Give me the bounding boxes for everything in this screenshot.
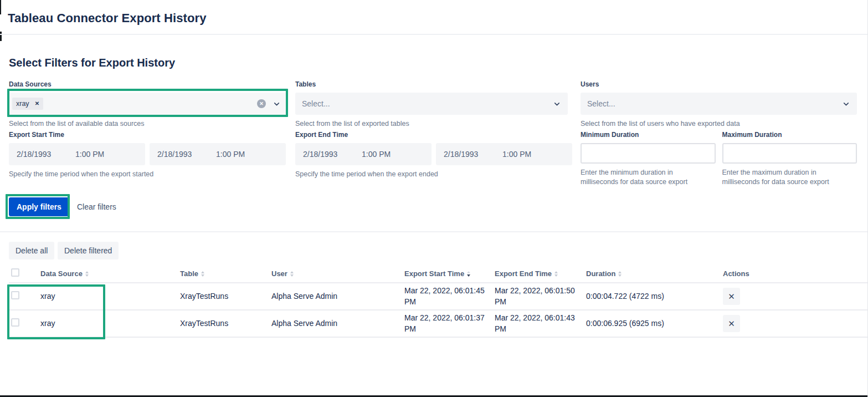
minimum-duration-label: Minimum Duration — [581, 131, 716, 139]
column-header-table[interactable]: Table — [180, 269, 271, 278]
time-input[interactable]: 1:00 PM — [216, 150, 245, 159]
remove-tag-icon[interactable]: ✕ — [35, 101, 39, 106]
tables-select[interactable]: Select... — [295, 93, 568, 115]
date-input[interactable]: 2/18/1993 — [303, 150, 362, 159]
duration-fields: Minimum Duration Enter the minimum durat… — [581, 131, 857, 187]
selected-tag-xray: xray ✕ — [12, 98, 43, 110]
cell-export-start-time: Mar 22, 2022, 06:01:37 PM — [404, 313, 495, 334]
table-body: xray XrayTestRuns Alpha Serve Admin Mar … — [9, 283, 867, 338]
cell-export-start-time: Mar 22, 2022, 06:01:45 PM — [404, 286, 495, 307]
cell-export-end-time: Mar 22, 2022, 06:01:50 PM — [495, 286, 586, 307]
export-start-help: Specify the time period when the export … — [9, 170, 286, 179]
export-end-time-field: Export End Time 2/18/1993 1:00 PM 2/18/1… — [295, 131, 572, 179]
maximum-duration-label: Maximum Duration — [722, 131, 857, 139]
column-header-export-start-time[interactable]: Export Start Time — [404, 269, 495, 278]
cell-table: XrayTestRuns — [180, 318, 271, 329]
sort-icon — [554, 271, 558, 277]
tables-field: Tables Select... Select from the list of… — [295, 80, 568, 129]
users-select[interactable]: Select... — [581, 93, 857, 115]
export-history-table: Data Source Table User Export Start Time… — [9, 265, 867, 338]
export-start-to-datetime[interactable]: 2/18/1993 1:00 PM — [150, 143, 286, 165]
date-input[interactable]: 2/18/1993 — [157, 150, 216, 159]
sort-icon — [618, 271, 622, 277]
row-checkbox[interactable] — [11, 318, 19, 327]
users-field: Users Select... Select from the list of … — [581, 80, 857, 129]
select-all-checkbox[interactable] — [11, 268, 19, 277]
maximum-duration-input[interactable] — [722, 143, 857, 164]
screenshot-edge-mark — [0, 32, 2, 41]
column-label: Duration — [586, 269, 615, 278]
clear-filters-button[interactable]: Clear filters — [74, 197, 120, 216]
users-label: Users — [581, 80, 857, 88]
clear-selection-icon[interactable]: ✕ — [257, 99, 266, 108]
delete-all-button[interactable]: Delete all — [9, 242, 54, 259]
minimum-duration-help: Enter the minimum duration in millisecon… — [581, 168, 709, 187]
filters-heading: Select Filters for Export History — [9, 57, 175, 69]
date-input[interactable]: 2/18/1993 — [17, 150, 75, 159]
chevron-down-icon[interactable] — [273, 100, 281, 108]
table-row: xray XrayTestRuns Alpha Serve Admin Mar … — [9, 311, 867, 338]
date-input[interactable]: 2/18/1993 — [444, 150, 502, 159]
cell-user: Alpha Serve Admin — [271, 291, 404, 302]
export-start-from-datetime[interactable]: 2/18/1993 1:00 PM — [9, 143, 145, 165]
chevron-down-icon[interactable] — [842, 100, 850, 108]
tag-label: xray — [16, 100, 29, 108]
data-sources-field: Data Sources xray ✕ ✕ Select from the li… — [9, 80, 286, 129]
column-header-user[interactable]: User — [271, 269, 404, 278]
cell-duration: 0:00:04.722 (4722 ms) — [586, 291, 723, 302]
data-sources-multiselect[interactable]: xray ✕ ✕ — [9, 93, 286, 115]
tables-placeholder: Select... — [302, 99, 553, 108]
column-label: Actions — [723, 269, 749, 278]
time-input[interactable]: 1:00 PM — [75, 150, 104, 159]
delete-row-button[interactable]: ✕ — [723, 288, 740, 305]
users-placeholder: Select... — [587, 99, 842, 108]
row-checkbox[interactable] — [11, 291, 19, 299]
chevron-down-icon[interactable] — [553, 100, 561, 108]
export-end-from-datetime[interactable]: 2/18/1993 1:00 PM — [295, 143, 432, 165]
table-header-row: Data Source Table User Export Start Time… — [9, 265, 867, 283]
time-input[interactable]: 1:00 PM — [502, 150, 531, 159]
apply-filters-button[interactable]: Apply filters — [9, 197, 69, 216]
export-history-page: Tableau Connector Export History Select … — [0, 0, 868, 397]
column-label: User — [271, 269, 287, 278]
tables-label: Tables — [295, 80, 568, 88]
delete-row-button[interactable]: ✕ — [723, 315, 740, 332]
column-header-export-end-time[interactable]: Export End Time — [495, 269, 586, 278]
tables-help: Select from the list of exported tables — [295, 119, 568, 129]
column-header-data-source[interactable]: Data Source — [40, 269, 180, 278]
data-sources-label: Data Sources — [9, 80, 286, 88]
export-start-time-field: Export Start Time 2/18/1993 1:00 PM 2/18… — [9, 131, 286, 179]
delete-filtered-button[interactable]: Delete filtered — [58, 242, 119, 259]
column-label: Table — [180, 269, 198, 278]
column-label: Data Source — [40, 269, 83, 278]
column-label: Export Start Time — [404, 269, 464, 278]
divider — [0, 231, 867, 232]
cell-data-source: xray — [40, 318, 180, 329]
column-label: Export End Time — [495, 269, 552, 278]
export-end-to-datetime[interactable]: 2/18/1993 1:00 PM — [436, 143, 572, 165]
export-start-label: Export Start Time — [9, 131, 286, 139]
screenshot-edge-mark — [0, 0, 1, 14]
cell-data-source: xray — [40, 291, 180, 302]
data-sources-help: Select from the list of available data s… — [9, 119, 286, 129]
cell-user: Alpha Serve Admin — [271, 318, 404, 329]
sort-icon — [201, 271, 204, 277]
sort-icon-descending — [467, 271, 470, 277]
cell-duration: 0:00:06.925 (6925 ms) — [586, 318, 723, 329]
time-input[interactable]: 1:00 PM — [362, 150, 391, 159]
table-row: xray XrayTestRuns Alpha Serve Admin Mar … — [9, 283, 867, 311]
maximum-duration-field: Maximum Duration Enter the maximum durat… — [722, 131, 857, 187]
page-title: Tableau Connector Export History — [8, 11, 207, 26]
maximum-duration-help: Enter the maximum duration in millisecon… — [722, 168, 851, 187]
sort-icon — [290, 271, 294, 277]
minimum-duration-input[interactable] — [581, 143, 716, 164]
sort-icon — [85, 271, 89, 277]
column-header-actions: Actions — [723, 269, 867, 278]
cell-table: XrayTestRuns — [180, 291, 271, 302]
divider — [0, 34, 867, 35]
column-header-duration[interactable]: Duration — [586, 269, 723, 278]
export-end-label: Export End Time — [295, 131, 572, 139]
minimum-duration-field: Minimum Duration Enter the minimum durat… — [581, 131, 716, 187]
users-help: Select from the list of users who have e… — [581, 119, 857, 129]
export-end-help: Specify the time period when the export … — [295, 170, 572, 179]
